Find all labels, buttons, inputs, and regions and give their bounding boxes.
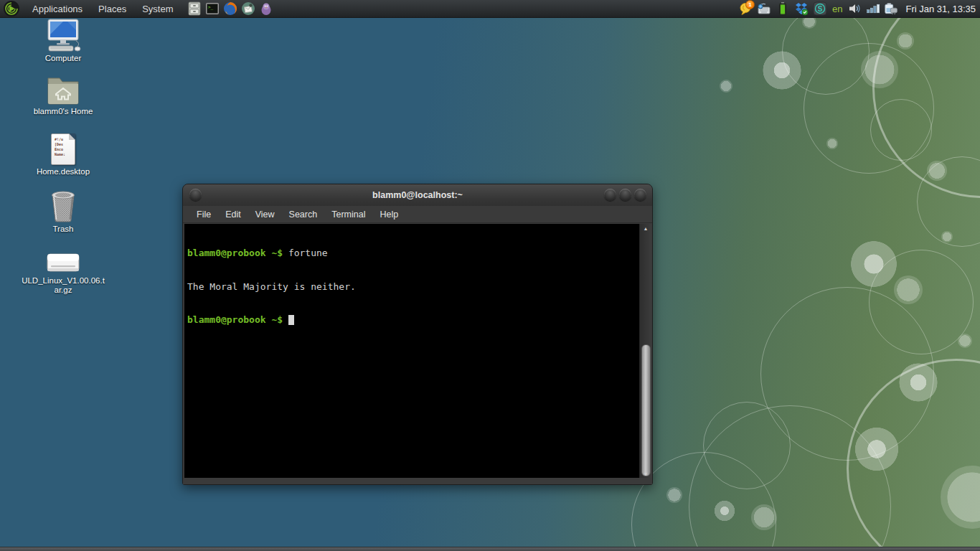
scrollbar-thumb[interactable] — [641, 344, 651, 476]
battery-tray-icon[interactable] — [776, 1, 790, 16]
firefox-icon[interactable] — [222, 1, 237, 17]
menu-view[interactable]: View — [249, 208, 281, 221]
menu-edit[interactable]: Edit — [219, 208, 248, 221]
mail-icon[interactable] — [240, 1, 255, 17]
menu-places[interactable]: Places — [90, 0, 134, 17]
window-titlebar[interactable]: blamm0@localhost:~ — [183, 184, 652, 206]
clock-label[interactable]: Fri Jan 31, 13:35 — [905, 4, 976, 14]
keyboard-indicator-icon[interactable] — [757, 1, 771, 16]
desktop-icon-label: Computer — [45, 54, 82, 63]
desktop-icon-archive[interactable]: ULD_Linux_V1.00.06.tar.gz — [20, 251, 106, 295]
volume-icon[interactable] — [847, 1, 862, 16]
terminal-line: blamm0@probook ~$ — [187, 314, 639, 326]
messenger-icon[interactable] — [258, 1, 273, 17]
window-menu-button[interactable] — [189, 189, 202, 201]
minimize-button[interactable] — [604, 189, 616, 201]
terminal-line: blamm0@probook ~$ fortune — [187, 248, 639, 259]
terminal-screen[interactable]: blamm0@probook ~$ fortune The Moral Majo… — [184, 224, 640, 478]
menu-system[interactable]: System — [134, 0, 181, 17]
signal-strength-icon[interactable] — [866, 1, 880, 16]
archive-drive-icon — [45, 251, 81, 274]
chat-badge: 1 — [745, 0, 755, 9]
terminal-cursor — [288, 315, 294, 325]
menu-file[interactable]: File — [190, 208, 217, 221]
desktop-icon-home[interactable]: blamm0's Home — [20, 75, 106, 116]
desktop-icon-computer[interactable]: Computer — [20, 19, 106, 63]
scroll-up-icon[interactable]: ▲ — [640, 224, 651, 232]
file-manager-icon[interactable] — [187, 1, 202, 17]
menu-search[interactable]: Search — [283, 208, 324, 221]
chat-tray-icon[interactable]: 1 — [738, 1, 753, 16]
computer-icon — [44, 19, 83, 52]
keyboard-layout-label[interactable]: en — [831, 4, 843, 14]
power-ac-icon[interactable] — [885, 1, 899, 16]
sync-tray-icon[interactable]: S — [813, 1, 827, 16]
menu-terminal[interactable]: Terminal — [325, 208, 372, 221]
dropbox-icon[interactable] — [794, 1, 809, 16]
desktop-file-preview-text: #!/u [Des Enco Name: — [55, 137, 65, 157]
top-panel: Applications Places System >_ — [0, 0, 980, 18]
distro-logo-icon[interactable] — [4, 1, 19, 17]
scroll-down-icon[interactable]: ▼ — [640, 469, 651, 478]
desktop-icon-home-desktop[interactable]: #!/u [Des Enco Name: Home.desktop — [20, 133, 106, 176]
menu-help[interactable]: Help — [373, 208, 405, 221]
desktop-icon-trash[interactable]: Trash — [20, 189, 106, 234]
maximize-button[interactable] — [619, 189, 631, 201]
desktop-icon-label: Home.desktop — [37, 167, 90, 176]
page-fold — [69, 133, 75, 140]
terminal-scrollbar[interactable]: ▲ ▼ — [639, 224, 651, 478]
menu-applications[interactable]: Applications — [24, 0, 90, 17]
desktop-file-icon: #!/u [Des Enco Name: — [51, 133, 75, 165]
terminal-menubar: File Edit View Search Terminal Help — [183, 206, 652, 223]
trash-icon — [47, 189, 80, 222]
desktop-icon-label: blamm0's Home — [34, 107, 93, 116]
home-folder-icon — [45, 75, 81, 105]
window-title: blamm0@localhost:~ — [372, 190, 463, 200]
terminal-window: blamm0@localhost:~ File Edit View Search… — [182, 184, 653, 485]
svg-text:S: S — [818, 5, 823, 13]
svg-text:>_: >_ — [208, 4, 214, 10]
desktop-icon-label: ULD_Linux_V1.00.06.tar.gz — [21, 276, 105, 295]
terminal-launcher-icon[interactable]: >_ — [204, 1, 220, 17]
bottom-panel[interactable] — [0, 547, 980, 551]
terminal-line: The Moral Majority is neither. — [187, 281, 639, 293]
desktop-icon-label: Trash — [53, 225, 74, 234]
close-button[interactable] — [634, 189, 646, 201]
